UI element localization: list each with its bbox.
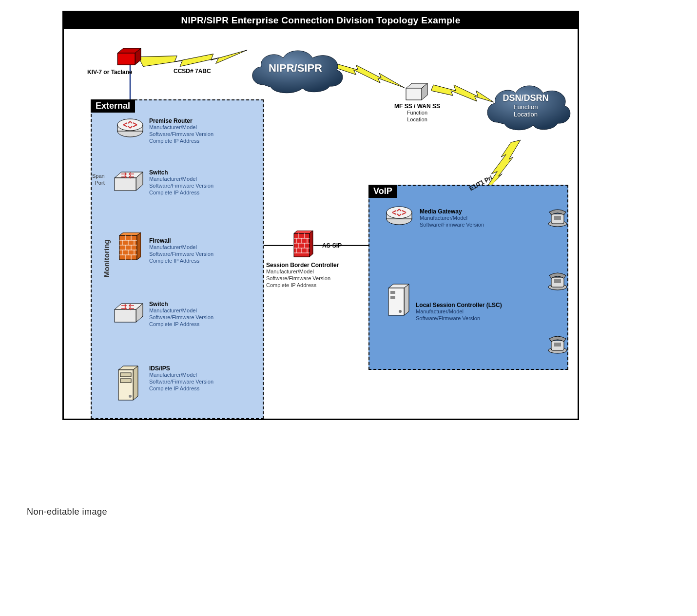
firewall-l2: Software/Firmware Version bbox=[149, 251, 213, 258]
monitoring-label: Monitoring bbox=[102, 240, 111, 277]
svg-rect-19 bbox=[406, 88, 422, 100]
premise-router-l2: Software/Firmware Version bbox=[149, 131, 213, 138]
lsc-block: Local Session Controller (LSC) Manufactu… bbox=[416, 302, 502, 322]
premise-router-title: Premise Router bbox=[149, 117, 213, 124]
phone-icon bbox=[547, 271, 568, 291]
nipr-label: NIPR/SIPR bbox=[244, 62, 347, 75]
lsc-l2: Software/Firmware Version bbox=[416, 315, 502, 322]
mfss-device-icon bbox=[405, 82, 429, 101]
nipr-sipr-cloud: NIPR/SIPR bbox=[244, 43, 347, 97]
media-gw-l1: Manufacturer/Model bbox=[420, 215, 484, 222]
dsn-sub1: Function bbox=[481, 103, 571, 111]
switch2-l3: Complete IP Address bbox=[149, 321, 213, 328]
sbc-l3: Complete IP Address bbox=[266, 282, 339, 289]
diagram-frame: NIPR/SIPR Enterprise Connection Division… bbox=[62, 11, 579, 420]
diagram-canvas: NIPR/SIPR DSN/DSRN Function Location KIV… bbox=[64, 29, 578, 418]
crypto-device-icon bbox=[116, 47, 143, 67]
sbc-l2: Software/Firmware Version bbox=[266, 275, 339, 282]
sbc-title: Session Border Controller bbox=[266, 262, 339, 269]
svg-point-22 bbox=[117, 119, 143, 131]
server-tower-icon bbox=[116, 364, 141, 402]
svg-rect-88 bbox=[554, 343, 561, 346]
firewall-l1: Manufacturer/Model bbox=[149, 244, 213, 251]
svg-marker-49 bbox=[133, 366, 138, 400]
mfss-l2: Location bbox=[376, 116, 459, 123]
svg-rect-85 bbox=[554, 279, 561, 283]
footer-caption: Non-editable image bbox=[27, 507, 107, 517]
switch2-title: Switch bbox=[149, 301, 213, 308]
svg-rect-25 bbox=[115, 178, 136, 191]
premise-router-l1: Manufacturer/Model bbox=[149, 124, 213, 131]
ccsd-label: CCSD# 7ABC bbox=[174, 68, 211, 75]
switch2-l2: Software/Firmware Version bbox=[149, 314, 213, 321]
svg-marker-56 bbox=[310, 231, 313, 257]
dsn-sub2: Location bbox=[481, 111, 571, 118]
bolt-left-icon bbox=[138, 50, 247, 67]
router-icon bbox=[116, 117, 144, 138]
sbc-l1: Manufacturer/Model bbox=[266, 269, 339, 275]
switch2-block: Switch Manufacturer/Model Software/Firmw… bbox=[149, 301, 213, 327]
svg-point-79 bbox=[399, 310, 402, 313]
svg-marker-75 bbox=[404, 284, 409, 315]
media-gw-title: Media Gateway bbox=[420, 208, 484, 215]
svg-rect-51 bbox=[120, 373, 131, 377]
lsc-l1: Manufacturer/Model bbox=[416, 308, 502, 315]
firewall-l3: Complete IP Address bbox=[149, 258, 213, 265]
span-port-label: Span Port bbox=[92, 173, 105, 187]
svg-rect-78 bbox=[390, 296, 395, 299]
switch1-l1: Manufacturer/Model bbox=[149, 176, 213, 183]
svg-rect-77 bbox=[390, 291, 395, 294]
voip-zone-label: VoIP bbox=[368, 185, 397, 198]
ids-l1: Manufacturer/Model bbox=[149, 372, 213, 379]
external-zone-label: External bbox=[91, 99, 135, 113]
dsn-title: DSN/DSRN bbox=[503, 93, 548, 103]
phone-icon bbox=[547, 335, 568, 354]
phone-icon bbox=[547, 208, 568, 228]
dsn-dsrn-cloud: DSN/DSRN Function Location bbox=[481, 77, 571, 136]
ids-block: IDS/IPS Manufacturer/Model Software/Firm… bbox=[149, 365, 213, 392]
switch-icon bbox=[113, 170, 145, 192]
switch1-l3: Complete IP Address bbox=[149, 190, 213, 196]
mfss-block: MF SS / WAN SS Function Location bbox=[376, 103, 459, 123]
svg-rect-26 bbox=[119, 235, 137, 260]
svg-point-53 bbox=[129, 395, 132, 398]
switch1-title: Switch bbox=[149, 169, 213, 176]
svg-rect-82 bbox=[554, 216, 561, 220]
svg-marker-28 bbox=[137, 232, 141, 260]
svg-rect-54 bbox=[294, 233, 310, 257]
firewall-title: Firewall bbox=[149, 237, 213, 244]
ids-l3: Complete IP Address bbox=[149, 385, 213, 392]
sbc-firewall-icon bbox=[293, 231, 313, 259]
premise-router-l3: Complete IP Address bbox=[149, 138, 213, 145]
switch-icon bbox=[113, 302, 145, 323]
svg-rect-16 bbox=[117, 53, 135, 65]
svg-rect-47 bbox=[115, 309, 136, 322]
mfss-l1: Function bbox=[376, 110, 459, 116]
ids-l2: Software/Firmware Version bbox=[149, 379, 213, 385]
lsc-server-icon bbox=[387, 283, 412, 317]
media-gw-block: Media Gateway Manufacturer/Model Softwar… bbox=[420, 208, 484, 229]
firewall-block: Firewall Manufacturer/Model Software/Fir… bbox=[149, 237, 213, 264]
title-bar: NIPR/SIPR Enterprise Connection Division… bbox=[64, 12, 578, 29]
switch1-l2: Software/Firmware Version bbox=[149, 183, 213, 190]
switch2-l1: Manufacturer/Model bbox=[149, 308, 213, 314]
media-gateway-icon bbox=[386, 205, 413, 226]
kiv-label: KIV-7 or Taclane bbox=[87, 69, 132, 76]
mfss-title: MF SS / WAN SS bbox=[376, 103, 459, 110]
lsc-title: Local Session Controller (LSC) bbox=[416, 302, 502, 308]
svg-point-73 bbox=[387, 207, 412, 218]
sbc-block: Session Border Controller Manufacturer/M… bbox=[266, 262, 339, 289]
svg-rect-52 bbox=[120, 379, 131, 383]
firewall-icon bbox=[118, 232, 141, 262]
premise-router-block: Premise Router Manufacturer/Model Softwa… bbox=[149, 117, 213, 144]
switch1-block: Switch Manufacturer/Model Software/Firmw… bbox=[149, 169, 213, 196]
dsn-label: DSN/DSRN Function Location bbox=[481, 93, 571, 118]
media-gw-l2: Software/Firmware Version bbox=[420, 222, 484, 229]
ids-title: IDS/IPS bbox=[149, 365, 213, 372]
assip-label: AS-SIP bbox=[322, 242, 342, 249]
